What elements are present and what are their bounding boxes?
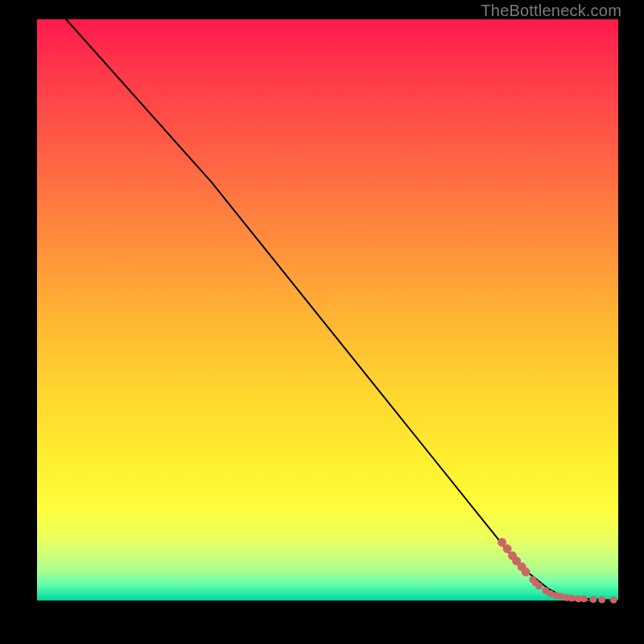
scatter-markers (498, 539, 617, 603)
data-point (522, 568, 530, 576)
data-point (568, 595, 575, 601)
curve-line (66, 19, 618, 601)
data-point (580, 596, 587, 602)
chart-container: { "watermark": "TheBottleneck.com", "col… (0, 0, 644, 644)
data-point (558, 593, 564, 600)
data-point (536, 583, 543, 589)
data-point (503, 545, 511, 553)
data-point (590, 597, 597, 603)
watermark-text: TheBottleneck.com (481, 2, 621, 20)
chart-svg (37, 19, 618, 601)
data-point (599, 597, 605, 603)
data-point (610, 597, 617, 603)
